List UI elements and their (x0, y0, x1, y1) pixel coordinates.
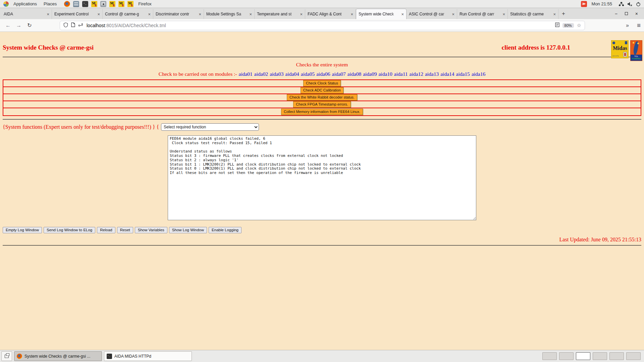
workspace-button[interactable] (559, 352, 574, 360)
app-launcher-icon[interactable] (73, 1, 79, 7)
tab-close-icon[interactable]: × (47, 12, 49, 17)
action-button[interactable]: Show Log Window (169, 227, 207, 233)
applications-menu[interactable]: Applications (11, 1, 39, 6)
module-link[interactable]: aida14 (440, 71, 454, 77)
browser-tab[interactable]: System wide Check× (356, 9, 407, 19)
tab-close-icon[interactable]: × (97, 12, 100, 17)
module-link[interactable]: aida04 (285, 71, 299, 77)
notification-indicator-icon[interactable]: ≫ (581, 1, 587, 7)
tab-close-icon[interactable]: × (553, 12, 556, 17)
tab-close-icon[interactable]: × (249, 12, 252, 17)
log-window[interactable]: FEE64 module aida16 global clocks failed… (168, 135, 476, 220)
browser-tab[interactable]: Discriminator contr× (153, 9, 204, 19)
action-button[interactable]: Enable Logging (209, 227, 241, 233)
browser-tab[interactable]: Control @ carme-g× (103, 9, 153, 19)
app-launcher-icon[interactable] (91, 1, 97, 7)
module-link[interactable]: aida05 (301, 71, 315, 77)
check-button[interactable]: Collect Memory information from FEE64 Li… (281, 109, 363, 115)
minimize-button[interactable]: − (615, 11, 618, 16)
maximize-button[interactable] (625, 12, 628, 15)
module-link[interactable]: aida08 (347, 71, 361, 77)
module-link[interactable]: aida10 (378, 71, 392, 77)
app-launcher-icon[interactable] (109, 1, 115, 7)
action-button[interactable]: Show Variables (135, 227, 167, 233)
app-launcher-icon[interactable] (118, 1, 124, 7)
check-button[interactable]: Check Clock Status (303, 80, 341, 86)
back-button[interactable]: ← (3, 22, 13, 28)
module-link[interactable]: aida12 (410, 71, 423, 77)
module-link[interactable]: aida01 (239, 71, 253, 77)
url-bar[interactable]: localhost:8015/AIDA/Check/Check.tml 80% … (60, 21, 585, 30)
check-button[interactable]: Check ADC Calibration (301, 87, 344, 94)
browser-tab[interactable]: AIDA× (1, 9, 52, 19)
workspace-button[interactable] (542, 352, 557, 360)
tab-close-icon[interactable]: × (300, 12, 303, 17)
close-window-button[interactable]: × (635, 11, 638, 16)
page-info-icon[interactable] (71, 22, 75, 28)
action-button[interactable]: Send Log Window to ELog (44, 227, 95, 233)
module-link[interactable]: aida11 (394, 71, 408, 77)
module-link[interactable]: aida16 (472, 71, 485, 77)
browser-tab[interactable]: Module Settings Sa× (204, 9, 255, 19)
taskbar-task[interactable]: AIDA MIDAS HTTPd (104, 351, 192, 361)
tcl-logo-powered: POWERED (631, 58, 642, 60)
module-link[interactable]: aida07 (332, 71, 346, 77)
check-button[interactable]: Check FPGA Timestamp errors. (293, 101, 351, 108)
forward-button[interactable]: → (14, 22, 23, 28)
tab-close-icon[interactable]: × (199, 12, 201, 17)
module-link[interactable]: aida02 (254, 71, 268, 77)
places-menu[interactable]: Places (42, 1, 59, 6)
permissions-icon[interactable] (78, 23, 84, 28)
browser-tab[interactable]: Temperature and st× (255, 9, 305, 19)
browser-tab[interactable]: Experiment Control× (52, 9, 103, 19)
app-launcher-icon[interactable] (82, 1, 88, 7)
network-icon[interactable] (619, 2, 624, 6)
tab-close-icon[interactable]: × (452, 12, 454, 17)
volume-muted-icon[interactable] (627, 2, 633, 6)
check-button[interactable]: Check the White Rabbit decoder status. (287, 94, 357, 101)
show-desktop-button[interactable] (1, 351, 12, 361)
tab-close-icon[interactable]: × (351, 12, 353, 17)
power-icon[interactable] (636, 2, 641, 6)
app-launcher-icon[interactable] (127, 1, 133, 7)
reader-mode-icon[interactable] (555, 22, 559, 28)
app-menu-icon[interactable]: ≡ (637, 22, 641, 29)
overflow-menu-icon[interactable]: » (626, 22, 629, 28)
zoom-level-badge[interactable]: 80% (562, 23, 574, 28)
workspace-button[interactable] (593, 352, 607, 360)
action-button[interactable]: Reset (117, 227, 133, 233)
tab-label: Statistics @ carme (510, 12, 552, 16)
app-launcher-icon[interactable] (64, 1, 70, 7)
module-link[interactable]: aida09 (363, 71, 377, 77)
action-button[interactable]: Reload (97, 227, 115, 233)
workspace-button[interactable] (609, 352, 624, 360)
task-label: AIDA MIDAS HTTPd (114, 354, 151, 359)
page-title: System wide Checks @ carme-gsi (3, 44, 94, 51)
active-app-label[interactable]: Firefox (136, 1, 154, 6)
browser-tab[interactable]: FADC Align & Cont× (305, 9, 356, 19)
module-link[interactable]: aida13 (425, 71, 439, 77)
new-tab-button[interactable]: + (558, 10, 569, 17)
taskbar-task[interactable]: System wide Checks @ carme-gsi ... (14, 351, 102, 361)
tab-label: AIDA (4, 12, 46, 16)
function-select[interactable]: Select required function (161, 123, 259, 131)
workspace-button[interactable] (576, 352, 590, 360)
reload-button[interactable]: ↻ (25, 22, 34, 28)
check-table-row: Check ADC Calibration (3, 87, 641, 94)
tab-close-icon[interactable]: × (148, 12, 151, 17)
browser-tab[interactable]: Run Control @ carr× (457, 9, 508, 19)
workspace-button[interactable] (626, 352, 641, 360)
tab-close-icon[interactable]: × (401, 12, 404, 17)
action-button[interactable]: Empty Log Window (3, 227, 42, 233)
module-link[interactable]: aida15 (456, 71, 470, 77)
tab-close-icon[interactable]: × (502, 12, 505, 17)
module-link[interactable]: aida03 (270, 71, 283, 77)
module-link[interactable]: aida06 (316, 71, 330, 77)
app-launcher-icon[interactable] (100, 1, 106, 7)
bookmark-star-icon[interactable]: ☆ (577, 22, 581, 28)
browser-tab[interactable]: Statistics @ carme× (508, 9, 558, 19)
browser-tab[interactable]: ASIC Control @ car× (407, 9, 457, 19)
clock[interactable]: Mon 21:55 (590, 1, 614, 6)
shield-icon[interactable] (63, 22, 68, 28)
distro-menu-icon[interactable] (3, 1, 9, 7)
